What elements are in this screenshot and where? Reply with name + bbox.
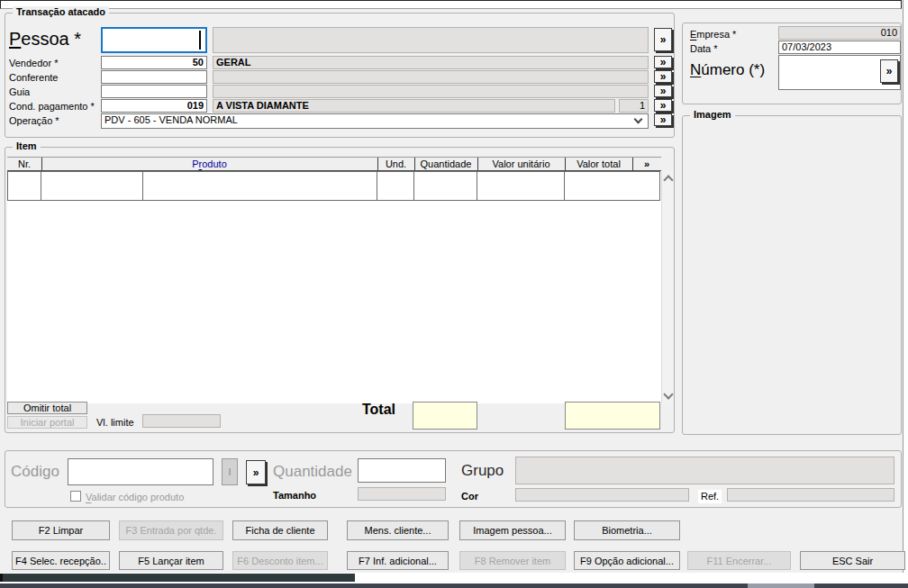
bottom-dark-bar-end	[0, 574, 3, 582]
cond-pagamento-input[interactable]: 019	[101, 99, 207, 113]
ref-label: Ref.	[698, 490, 722, 503]
cond-pagamento-extra-field: 1	[619, 99, 649, 113]
group-item-title: Item	[13, 140, 41, 151]
quantidade-entry-input[interactable]	[358, 458, 446, 483]
item-row-cell-valor-total[interactable]	[565, 171, 660, 201]
validar-codigo-label: Validar código produto	[86, 491, 184, 504]
button-f6-desconto-item: F6 Desconto item...	[232, 551, 328, 570]
button-biometria[interactable]: Biometria...	[574, 520, 680, 540]
column-header-valor-total[interactable]: Valor total	[565, 158, 633, 170]
text-caret	[199, 31, 201, 50]
vl-limite-field	[142, 414, 221, 428]
cor-label: Cor	[461, 490, 478, 503]
button-f8-remover-item: F8 Remover item	[459, 551, 566, 570]
item-table-header: Nr. Produto Und. Quantidade Valor unitár…	[7, 157, 661, 171]
empresa-field: 010	[778, 26, 901, 40]
group-imagem-title: Imagem	[690, 109, 735, 120]
button-ficha-de-cliente[interactable]: Ficha de cliente	[232, 520, 328, 540]
codigo-label: Código	[11, 462, 59, 482]
item-row-cell-produto-descricao[interactable]	[143, 171, 377, 201]
cond-pagamento-display-field: A VISTA DIAMANTE	[213, 99, 615, 113]
grupo-label: Grupo	[461, 461, 504, 481]
item-row-cell-valor-unitario[interactable]	[477, 171, 565, 201]
conferente-display-field	[213, 70, 649, 84]
numero-more-button[interactable]: »	[880, 59, 898, 83]
top-toolbar-strip	[0, 0, 902, 9]
pessoa-label: Pessoa *	[9, 28, 81, 50]
scroll-down-icon[interactable]	[663, 389, 673, 399]
column-header-valor-unitario[interactable]: Valor unitário	[477, 158, 566, 170]
codigo-input[interactable]	[68, 458, 213, 485]
guia-input[interactable]	[101, 85, 207, 98]
i-button: I	[222, 458, 238, 485]
guia-label: Guia	[9, 86, 30, 99]
item-row-cell-nr[interactable]	[7, 171, 41, 201]
vendedor-input[interactable]: 50	[101, 56, 207, 69]
button-f4-selec-recepcao[interactable]: F4 Selec. recepção..	[12, 551, 110, 570]
window-right-edge	[903, 0, 908, 583]
iniciar-portal-button: Iniciar portal	[7, 416, 87, 429]
column-header-more[interactable]: »	[632, 158, 661, 170]
button-esc-sair[interactable]: ESC Sair	[800, 551, 905, 570]
omitir-total-button[interactable]: Omitir total	[7, 402, 87, 414]
guia-display-field	[213, 85, 649, 98]
tamanho-field	[358, 487, 446, 501]
conferente-label: Conferente	[9, 71, 58, 85]
data-label: Data *	[690, 42, 718, 56]
column-header-nr[interactable]: Nr.	[7, 158, 42, 170]
numero-label: Número (*)	[690, 60, 765, 80]
operacao-combobox[interactable]: PDV - 605 - VENDA NORMAL	[101, 113, 649, 129]
vendedor-more-button[interactable]: »	[654, 56, 672, 68]
total-field-1	[413, 402, 477, 430]
empresa-label: Empresa *	[690, 28, 736, 41]
guia-more-button[interactable]: »	[654, 85, 672, 97]
button-f9-opcao-adicional[interactable]: F9 Opção adicional...	[574, 551, 680, 570]
bottom-dark-bar	[2, 574, 355, 582]
cond-pagamento-label: Cond. pagamento *	[9, 100, 95, 113]
item-list-scrollbar[interactable]	[661, 171, 673, 403]
button-imagem-pessoa[interactable]: Imagem pessoa...	[459, 520, 566, 540]
vendedor-label: Vendedor *	[9, 57, 58, 70]
pdv-window: Transação atacado Pessoa * » Vendedor * …	[0, 0, 908, 588]
column-header-und[interactable]: Und.	[377, 158, 415, 170]
grupo-field	[515, 457, 894, 484]
button-f2-limpar[interactable]: F2 Limpar	[12, 520, 110, 540]
data-input[interactable]: 07/03/2023	[778, 41, 901, 54]
pessoa-input[interactable]	[101, 27, 207, 53]
item-row-cell-und[interactable]	[377, 171, 414, 201]
item-list-area	[7, 171, 661, 403]
pessoa-display-field	[213, 27, 649, 53]
operacao-label: Operação *	[9, 114, 59, 128]
cond-pagamento-more-button[interactable]: »	[654, 99, 672, 112]
item-row-cell-produto-codigo[interactable]	[41, 171, 143, 201]
button-f5-lancar-item[interactable]: F5 Lançar item	[119, 551, 223, 570]
ref-field	[727, 488, 894, 502]
group-transacao-title: Transação atacado	[13, 6, 109, 17]
button-mens-cliente[interactable]: Mens. cliente...	[347, 520, 449, 540]
conferente-more-button[interactable]: »	[654, 70, 672, 83]
cor-field	[515, 488, 689, 502]
validar-codigo-checkbox[interactable]	[70, 491, 81, 502]
button-f7-inf-adicional[interactable]: F7 Inf. adicional...	[347, 551, 449, 570]
taskbar-highlight-segment	[748, 583, 814, 588]
item-row-cell-quantidade[interactable]	[414, 171, 477, 201]
pessoa-more-button[interactable]: »	[654, 28, 672, 51]
total-field-2	[565, 402, 660, 430]
column-header-produto[interactable]: Produto	[41, 158, 378, 170]
column-header-quantidade[interactable]: Quantidade	[414, 158, 478, 170]
button-f11-encerrar: F11 Encerrar...	[687, 551, 791, 570]
button-f3-entrada-por-qtde: F3 Entrada por qtde.	[119, 520, 223, 540]
codigo-more-button[interactable]: »	[246, 460, 266, 484]
scroll-up-icon[interactable]	[663, 175, 673, 185]
vendedor-display-field: GERAL	[213, 56, 649, 69]
operacao-more-button[interactable]: »	[654, 113, 672, 126]
conferente-input[interactable]	[101, 70, 207, 84]
quantidade-entry-label: Quantidade	[273, 462, 352, 482]
tamanho-label: Tamanho	[273, 489, 316, 502]
vl-limite-label: Vl. limite	[96, 416, 134, 430]
group-imagem: Imagem	[682, 115, 902, 435]
total-label: Total	[362, 402, 395, 418]
